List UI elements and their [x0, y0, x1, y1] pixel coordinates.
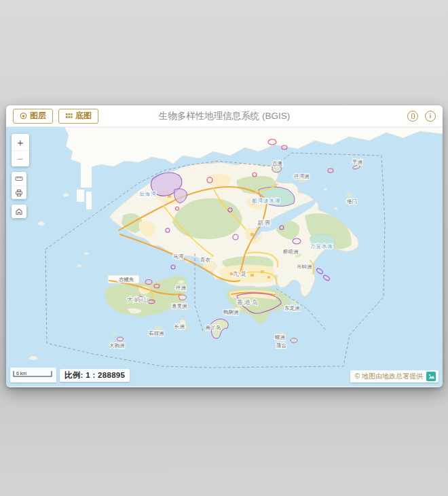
desktop-background: { "app": { "accent_color": "#b5913e", "a… [0, 0, 448, 496]
map-label: 吉澳 [272, 160, 282, 166]
scale-ratio: 比例: 1 : 288895 [60, 369, 130, 382]
map-label: 新界 [257, 219, 272, 226]
zoom-control: + − [12, 134, 29, 166]
map-label: 万宜水库 [310, 243, 333, 249]
header-icons: i [407, 111, 436, 122]
measure-button[interactable] [12, 172, 26, 185]
map-label: 船湾淡水湖 [252, 198, 281, 204]
home-group [12, 205, 26, 218]
map-label: 塔门 [346, 198, 357, 205]
map-label: 喜灵洲 [172, 303, 187, 309]
map-label: 螺洲 [275, 334, 285, 340]
scalebar: 6 km 比例: 1 : 288895 [10, 368, 130, 383]
basemap-button[interactable]: 底图 [58, 109, 98, 124]
scale-distance: 6 km [16, 371, 26, 376]
header-bar: 图层 底图 生物多样性地理信息系统 (BGIS) i [6, 105, 443, 127]
map-controls: + − [12, 134, 29, 218]
zoom-out-button[interactable]: − [12, 150, 29, 166]
map-label: 往湾洲 [294, 173, 310, 179]
app-window: 图层 底图 生物多样性地理信息系统 (BGIS) i [6, 105, 443, 387]
map-label: 后海湾 [139, 191, 157, 197]
map-label: 蒲台 [276, 342, 286, 349]
map-label: 南丫岛 [205, 325, 221, 331]
map-label: 鸭脷洲 [223, 309, 239, 315]
mobile-icon[interactable] [407, 111, 418, 122]
scale-widget: 6 km [10, 368, 56, 383]
map-label: 平洲 [352, 159, 362, 165]
map-label: 吊钟洲 [297, 264, 312, 270]
map-label: 香港岛 [237, 299, 259, 306]
map-label: 青衣 [200, 257, 211, 263]
basemap-grid-icon [65, 112, 73, 120]
map-label: 东龙洲 [284, 305, 300, 311]
map-label: 长洲 [174, 323, 185, 330]
layers-icon [20, 112, 27, 120]
map-label: 赤鱲角 [118, 277, 134, 283]
map-label: 九龙 [233, 270, 248, 277]
map-canvas[interactable]: 后海湾 吉澳 平洲 往湾洲 塔门 船湾淡水湖 新界 万宜水库 桥咀洲 吊钟洲 马… [6, 127, 443, 387]
home-button[interactable] [12, 205, 26, 218]
map-label: 石鼓洲 [149, 330, 164, 336]
map-label: 坪洲 [175, 285, 186, 291]
hong-kong-basemap: 后海湾 吉澳 平洲 往湾洲 塔门 船湾淡水湖 新界 万宜水库 桥咀洲 吊钟洲 马… [6, 127, 443, 387]
tools-group [12, 172, 26, 199]
map-label: 大鸦洲 [109, 342, 125, 349]
printer-icon [15, 189, 23, 197]
map-label: 桥咀洲 [282, 249, 299, 255]
map-label: 马湾 [173, 253, 184, 260]
print-button[interactable] [12, 185, 26, 199]
measure-ruler-icon [15, 175, 23, 183]
attribution: © 地图由地政总署提供 [350, 370, 438, 383]
home-icon [15, 207, 23, 215]
zoom-in-button[interactable]: + [12, 134, 29, 150]
layers-button-label: 图层 [30, 110, 46, 122]
map-label: 大屿山 [127, 296, 149, 303]
info-icon[interactable]: i [425, 111, 436, 122]
lands-department-logo[interactable] [426, 372, 436, 381]
layers-button[interactable]: 图层 [13, 109, 53, 124]
attribution-text: © 地图由地政总署提供 [355, 372, 423, 381]
basemap-button-label: 底图 [75, 110, 92, 122]
